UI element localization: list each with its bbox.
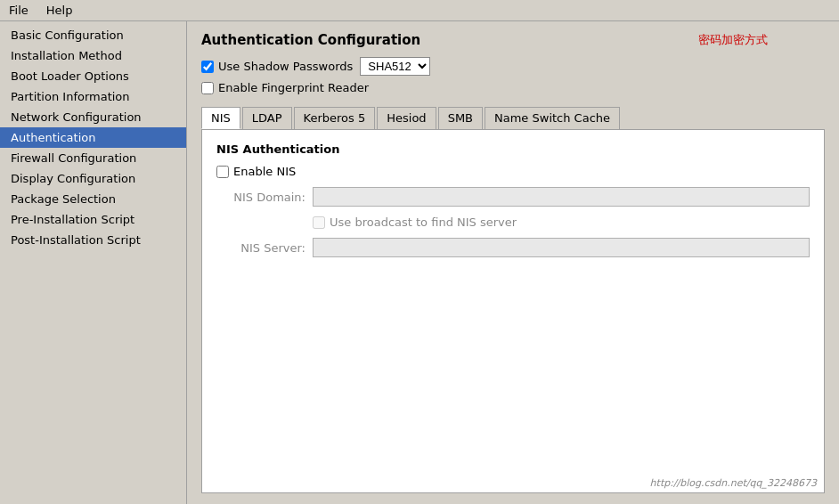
shadow-passwords-row: Use Shadow Passwords SHA512 SHA256 MD5 [201, 57, 825, 76]
sidebar-item-boot-loader-options[interactable]: Boot Loader Options [0, 66, 186, 86]
sidebar-item-network-configuration[interactable]: Network Configuration [0, 107, 186, 127]
tab-smb[interactable]: SMB [438, 107, 483, 129]
tab-ldap[interactable]: LDAP [242, 107, 292, 129]
use-broadcast-checkbox[interactable] [313, 216, 325, 229]
fingerprint-checkbox-label[interactable]: Enable Fingerprint Reader [201, 81, 369, 94]
enable-nis-row: Enable NIS [216, 165, 810, 178]
nis-domain-input[interactable] [313, 187, 810, 207]
sidebar-item-basic-configuration[interactable]: Basic Configuration [0, 25, 186, 45]
tab-hesiod[interactable]: Hesiod [377, 107, 436, 129]
enable-nis-checkbox-label[interactable]: Enable NIS [216, 165, 296, 178]
tab-name-switch-cache[interactable]: Name Switch Cache [485, 107, 620, 129]
nis-domain-row: NIS Domain: [216, 187, 810, 207]
nis-section-title: NIS Authentication [216, 142, 810, 156]
sidebar-item-post-installation-script[interactable]: Post-Installation Script [0, 230, 186, 250]
use-broadcast-label: Use broadcast to find NIS server [330, 215, 517, 229]
content-area: Authentication Configuration 密码加密方式 Use … [187, 21, 839, 504]
sidebar-item-package-selection[interactable]: Package Selection [0, 189, 186, 209]
fingerprint-label: Enable Fingerprint Reader [218, 81, 369, 94]
annotation-text: 密码加密方式 [698, 32, 768, 48]
sidebar-item-partition-information[interactable]: Partition Information [0, 86, 186, 107]
use-broadcast-checkbox-label[interactable]: Use broadcast to find NIS server [313, 215, 517, 229]
tab-kerberos5[interactable]: Kerberos 5 [294, 107, 376, 129]
sidebar-item-firewall-configuration[interactable]: Firewall Configuration [0, 148, 186, 168]
use-shadow-checkbox[interactable] [201, 61, 214, 73]
main-container: Basic Configuration Installation Method … [0, 21, 839, 504]
nis-server-label: NIS Server: [216, 241, 305, 255]
sidebar-item-pre-installation-script[interactable]: Pre-Installation Script [0, 209, 186, 230]
fingerprint-row: Enable Fingerprint Reader [201, 81, 825, 94]
tab-nis[interactable]: NIS [201, 107, 240, 129]
enable-nis-checkbox[interactable] [216, 166, 229, 178]
sidebar-item-installation-method[interactable]: Installation Method [0, 45, 186, 66]
nis-domain-label: NIS Domain: [216, 191, 305, 204]
use-shadow-label: Use Shadow Passwords [218, 60, 353, 73]
sidebar: Basic Configuration Installation Method … [0, 21, 187, 504]
tabs-row: NIS LDAP Kerberos 5 Hesiod SMB Name Swit… [201, 107, 825, 129]
nis-server-row: NIS Server: [216, 238, 810, 257]
watermark: http://blog.csdn.net/qq_32248673 [650, 477, 817, 489]
menu-help[interactable]: Help [41, 2, 78, 19]
enable-nis-label: Enable NIS [233, 165, 296, 178]
use-broadcast-row: Use broadcast to find NIS server [216, 215, 810, 229]
sha-select[interactable]: SHA512 SHA256 MD5 [360, 57, 430, 76]
menu-file[interactable]: File [4, 2, 34, 19]
menubar: File Help [0, 0, 839, 21]
nis-server-input[interactable] [313, 238, 810, 257]
sidebar-item-authentication[interactable]: Authentication [0, 127, 186, 148]
fingerprint-checkbox[interactable] [201, 82, 214, 94]
tab-content-nis: NIS Authentication Enable NIS NIS Domain… [201, 129, 825, 493]
sidebar-item-display-configuration[interactable]: Display Configuration [0, 168, 186, 189]
use-shadow-checkbox-label[interactable]: Use Shadow Passwords [201, 60, 353, 73]
